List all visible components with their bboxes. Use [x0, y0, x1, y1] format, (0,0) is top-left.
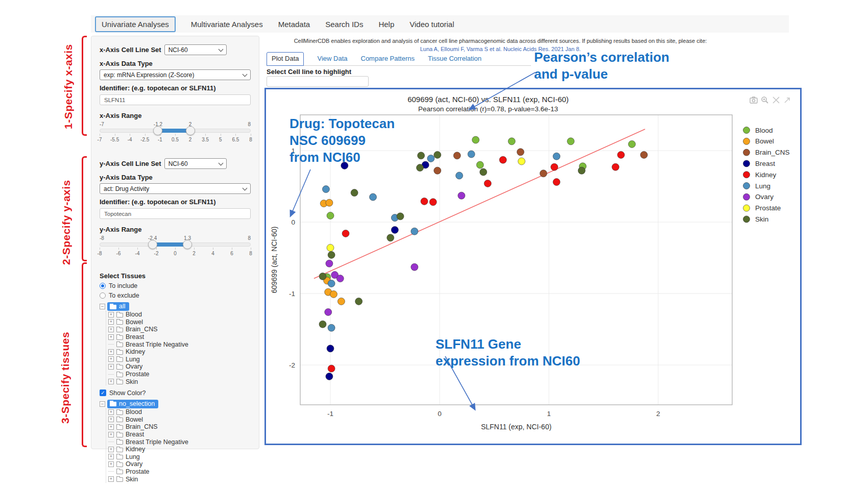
data-point-breast[interactable] — [327, 345, 334, 352]
tree-item-brain_cns[interactable]: +Brain_CNS — [108, 326, 251, 333]
nav-item-multivariate-analyses[interactable]: Multivariate Analyses — [191, 20, 263, 29]
data-point-ovary[interactable] — [325, 308, 332, 315]
data-point-brain_cns[interactable] — [517, 149, 524, 156]
data-point-kidney[interactable] — [553, 179, 560, 186]
tree-item-ovary[interactable]: +Ovary — [108, 363, 251, 371]
data-point-skin[interactable] — [319, 273, 326, 280]
show-color-checkbox[interactable]: ✓ Show Color? — [100, 389, 251, 397]
data-point-kidney[interactable] — [484, 180, 491, 187]
nav-item-video-tutorial[interactable]: Video tutorial — [409, 20, 454, 29]
legend-swatch-kidney[interactable] — [743, 172, 750, 178]
data-point-lung[interactable] — [370, 193, 377, 201]
data-point-brain_cns[interactable] — [453, 152, 461, 159]
expand-icon[interactable]: + — [108, 379, 114, 384]
data-point-blood[interactable] — [567, 138, 574, 145]
expand-icon[interactable]: + — [108, 409, 114, 415]
legend-swatch-blood[interactable] — [743, 127, 750, 134]
y-range-high-handle[interactable] — [183, 240, 192, 249]
data-point-kidney[interactable] — [551, 163, 558, 170]
legend-label-brain_cns[interactable]: Brain_CNS — [755, 149, 790, 156]
legend-label-kidney[interactable]: Kidney — [755, 171, 777, 179]
x-range-low-handle[interactable] — [153, 126, 162, 135]
legend-swatch-lung[interactable] — [743, 183, 750, 189]
collapse-icon[interactable]: – — [100, 401, 105, 407]
tree-item-prostate[interactable]: Prostate — [108, 371, 251, 378]
expand-icon[interactable]: + — [108, 447, 114, 452]
tree-item-kidney[interactable]: +Kidney — [108, 348, 251, 356]
data-point-lung[interactable] — [328, 324, 335, 331]
data-point-skin[interactable] — [480, 168, 487, 176]
tree-item-breast[interactable]: +Breast — [108, 333, 251, 341]
data-point-skin[interactable] — [351, 189, 358, 197]
expand-icon[interactable]: + — [108, 432, 114, 437]
data-point-blood[interactable] — [629, 140, 636, 148]
data-point-blood[interactable] — [472, 136, 479, 143]
data-point-ovary[interactable] — [336, 275, 344, 282]
data-point-lung[interactable] — [322, 186, 329, 193]
data-point-brain_cns[interactable] — [434, 167, 441, 174]
tab-tissue-correlation[interactable]: Tissue Correlation — [428, 55, 481, 65]
data-point-blood[interactable] — [327, 212, 334, 219]
data-point-skin[interactable] — [328, 251, 335, 258]
y-identifier-input[interactable] — [100, 208, 251, 219]
data-point-skin[interactable] — [387, 234, 394, 241]
expand-icon[interactable]: + — [108, 476, 114, 482]
y-range-slider[interactable]: -88-2.41.3-8-6-4-202468 — [100, 235, 251, 259]
legend-label-prostate[interactable]: Prostate — [755, 204, 781, 212]
data-point-brain_cns[interactable] — [540, 170, 547, 177]
highlight-cell-line-input[interactable] — [267, 76, 369, 87]
collapse-icon[interactable]: – — [100, 304, 105, 309]
data-point-ovary[interactable] — [458, 192, 465, 199]
tree-item-bowel[interactable]: +Bowel — [108, 319, 251, 326]
radio-to-include[interactable]: To include — [100, 282, 251, 289]
data-point-skin[interactable] — [319, 321, 326, 328]
tree-item-skin[interactable]: +Skin — [108, 378, 251, 385]
data-point-bowel[interactable] — [330, 290, 337, 298]
tree-item-brain_cns[interactable]: +Brain_CNS — [108, 423, 251, 431]
data-point-bowel[interactable] — [337, 298, 345, 305]
tree-item-breast-triple-negative[interactable]: Breast Triple Negative — [108, 340, 251, 348]
data-point-lung[interactable] — [411, 228, 418, 235]
tree-item-kidney[interactable]: +Kidney — [108, 446, 251, 453]
tree-root-all[interactable]: all — [107, 302, 129, 311]
data-point-kidney[interactable] — [328, 365, 335, 372]
expand-icon[interactable]: + — [108, 424, 114, 430]
tree-root-no_selection[interactable]: no_selection — [107, 400, 158, 408]
data-point-kidney[interactable] — [342, 230, 349, 237]
legend-label-lung[interactable]: Lung — [755, 182, 770, 190]
legend-label-bowel[interactable]: Bowel — [755, 137, 774, 145]
data-point-skin[interactable] — [418, 152, 425, 159]
data-point-kidney[interactable] — [421, 198, 428, 205]
data-point-lung[interactable] — [427, 155, 435, 162]
data-point-prostate[interactable] — [518, 158, 525, 165]
data-point-lung[interactable] — [468, 151, 475, 158]
expand-icon[interactable]: + — [108, 319, 114, 325]
tab-view-data[interactable]: View Data — [317, 55, 347, 65]
data-point-kidney[interactable] — [429, 199, 437, 206]
data-point-skin[interactable] — [397, 213, 404, 220]
y-cell-line-set-select[interactable]: NCI-60 — [164, 158, 227, 169]
data-point-brain_cns[interactable] — [640, 151, 647, 158]
data-point-bowel[interactable] — [326, 199, 333, 206]
expand-icon[interactable]: + — [108, 312, 114, 318]
x-cell-line-set-select[interactable]: NCI-60 — [164, 44, 227, 55]
tree-item-prostate[interactable]: Prostate — [108, 468, 251, 476]
data-point-kidney[interactable] — [612, 163, 619, 170]
x-range-slider[interactable]: -78-1.22-7-5.5-4-2.5-10.523.556.58 — [100, 121, 251, 145]
tree-item-breast-triple-negative[interactable]: Breast Triple Negative — [108, 438, 251, 446]
tree-item-lung[interactable]: +Lung — [108, 453, 251, 461]
data-point-lung[interactable] — [553, 153, 560, 160]
data-point-kidney[interactable] — [499, 156, 507, 163]
data-point-skin[interactable] — [417, 164, 424, 172]
nav-item-metadata[interactable]: Metadata — [278, 20, 310, 29]
y-range-low-handle[interactable] — [148, 240, 157, 249]
expand-icon[interactable]: + — [108, 461, 114, 467]
data-point-breast[interactable] — [391, 226, 398, 233]
expand-icon[interactable]: + — [108, 349, 114, 355]
x-data-type-select[interactable]: exp: mRNA Expression (Z-Score) — [100, 69, 251, 80]
legend-swatch-brain_cns[interactable] — [743, 149, 750, 156]
legend-swatch-prostate[interactable] — [743, 205, 750, 211]
nav-item-univariate-analyses[interactable]: Univariate Analyses — [95, 16, 176, 32]
x-identifier-input[interactable] — [100, 94, 251, 105]
expand-icon[interactable]: + — [108, 364, 114, 370]
